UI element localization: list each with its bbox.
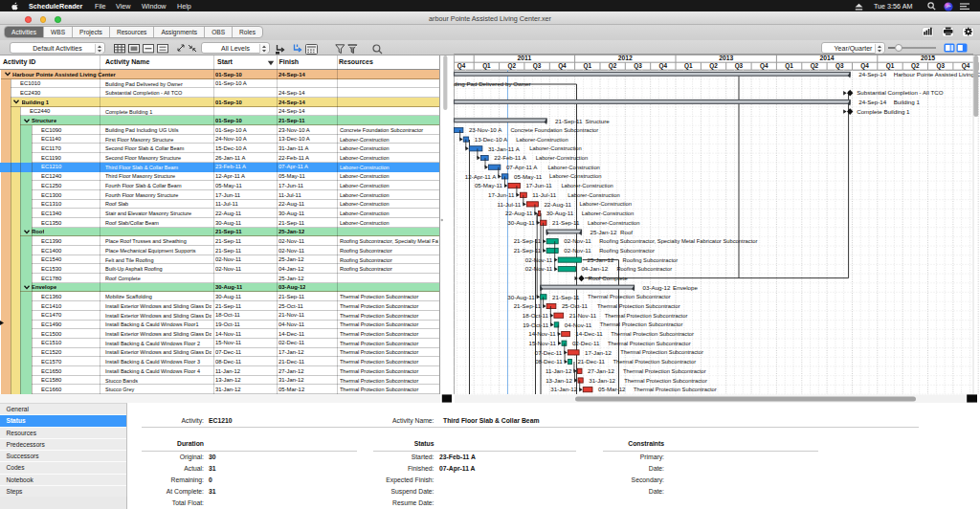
- svg-text:30-Aug-11: 30-Aug-11: [546, 210, 574, 216]
- svg-text:Q1: Q1: [785, 62, 793, 70]
- svg-text:Thermal Protection Subcontract: Thermal Protection Subcontractor: [588, 294, 671, 299]
- svg-text:Thermal Protection Subcontract: Thermal Protection Subcontractor: [597, 303, 680, 309]
- svg-text:21-Sep-11: 21-Sep-11: [514, 302, 542, 309]
- svg-text:18-Oct-11: 18-Oct-11: [523, 312, 549, 319]
- svg-text:Roof: Roof: [620, 229, 633, 235]
- svg-text:Laborer-Construction: Laborer-Construction: [568, 192, 619, 198]
- svg-text:14-Dec-11: 14-Dec-11: [575, 330, 603, 337]
- svg-text:02-Nov-11: 02-Nov-11: [564, 247, 591, 254]
- svg-text:Thermal Protection Subcontract: Thermal Protection Subcontractor: [612, 359, 696, 365]
- svg-text:2014: 2014: [820, 55, 835, 61]
- svg-text:Q4: Q4: [760, 62, 768, 70]
- svg-text:Laborer-Construction: Laborer-Construction: [529, 145, 581, 151]
- svg-text:Laborer-Construction: Laborer-Construction: [580, 201, 632, 207]
- svg-text:2015: 2015: [921, 55, 935, 61]
- svg-text:Q3: Q3: [533, 62, 542, 70]
- svg-text:02-Nov-11: 02-Nov-11: [525, 265, 553, 272]
- svg-text:25-Jan-12: 25-Jan-12: [588, 256, 614, 263]
- svg-text:Q3: Q3: [835, 62, 844, 70]
- svg-text:03-Aug-12: 03-Aug-12: [643, 284, 671, 291]
- svg-text:02-Dec-11: 02-Dec-11: [572, 340, 600, 346]
- svg-text:14-Nov-11: 14-Nov-11: [528, 330, 556, 337]
- svg-text:Harbour Pointe Assisted Living: Harbour Pointe Assisted Living Ce: [894, 71, 980, 77]
- svg-text:31-Jan-12: 31-Jan-12: [550, 386, 577, 392]
- svg-text:Roofing Subcontractor, Special: Roofing Subcontractor, Specialty Metal F…: [599, 238, 757, 244]
- svg-text:Thermal Protection Subcontract: Thermal Protection Subcontractor: [611, 331, 694, 337]
- svg-text:Complete Building 1: Complete Building 1: [857, 108, 910, 115]
- svg-text:02-Nov-11: 02-Nov-11: [564, 237, 591, 244]
- svg-text:2012: 2012: [618, 55, 633, 61]
- svg-text:02-Nov-11: 02-Nov-11: [525, 256, 553, 263]
- svg-text:Roofing Subcontractor: Roofing Subcontractor: [616, 266, 672, 272]
- svg-text:Roof Complete: Roof Complete: [589, 275, 629, 281]
- svg-text:Q4: Q4: [659, 62, 668, 70]
- svg-text:ding Pad Delivered by Owner: ding Pad Delivered by Owner: [454, 80, 530, 87]
- svg-text:31-Jan-12: 31-Jan-12: [589, 377, 615, 384]
- svg-text:25-Oct-11: 25-Oct-11: [562, 302, 589, 309]
- svg-text:11-Jul-11: 11-Jul-11: [497, 201, 521, 208]
- svg-text:21-Sep-11: 21-Sep-11: [555, 118, 583, 124]
- svg-text:Laborer-Construction: Laborer-Construction: [588, 220, 639, 226]
- svg-text:23-Nov-10 A: 23-Nov-10 A: [469, 126, 502, 133]
- svg-text:17-Jun-11: 17-Jun-11: [525, 182, 552, 188]
- svg-text:05-Mar-12: 05-Mar-12: [598, 386, 626, 392]
- svg-text:Q1: Q1: [482, 62, 491, 70]
- svg-text:Laborer-Construction: Laborer-Construction: [549, 173, 601, 179]
- svg-text:08-Dec-11: 08-Dec-11: [535, 358, 563, 365]
- svg-text:17-Jun-11: 17-Jun-11: [488, 191, 515, 198]
- svg-text:21-Sep-11: 21-Sep-11: [552, 294, 580, 300]
- svg-text:05-May-11: 05-May-11: [475, 182, 503, 188]
- svg-text:Q3: Q3: [936, 62, 945, 70]
- svg-text:Roofing Subcontractor: Roofing Subcontractor: [623, 257, 679, 263]
- svg-text:Structure: Structure: [586, 118, 611, 124]
- svg-text:Roofing Subcontractor: Roofing Subcontractor: [599, 248, 655, 254]
- svg-text:04-Jan-12: 04-Jan-12: [581, 265, 608, 272]
- svg-text:Concrete Foundation Subcontrac: Concrete Foundation Subcontractor: [510, 127, 598, 133]
- svg-text:Q1: Q1: [886, 62, 895, 70]
- svg-text:Thermal Protection Subcontract: Thermal Protection Subcontractor: [634, 387, 717, 392]
- svg-text:11-Jul-11: 11-Jul-11: [532, 191, 556, 198]
- svg-text:17-Jan-12: 17-Jan-12: [585, 349, 612, 356]
- svg-text:Laborer-Construction: Laborer-Construction: [516, 137, 568, 143]
- svg-text:24-Sep-14: 24-Sep-14: [858, 99, 886, 105]
- svg-text:Q4: Q4: [558, 62, 567, 70]
- svg-text:Substantial Completion - All T: Substantial Completion - All TCO: [857, 89, 944, 96]
- svg-text:Q1: Q1: [684, 62, 693, 70]
- svg-text:Q4: Q4: [962, 62, 970, 70]
- svg-text:15-Nov-11: 15-Nov-11: [529, 340, 557, 346]
- svg-text:Q1: Q1: [584, 62, 592, 70]
- svg-text:Q2: Q2: [911, 62, 920, 70]
- svg-text:11-Jan-12: 11-Jan-12: [546, 367, 572, 374]
- svg-text:22-Aug-11: 22-Aug-11: [544, 201, 571, 208]
- svg-text:22-Feb-11 A: 22-Feb-11 A: [494, 154, 526, 161]
- svg-text:Thermal Protection Subcontract: Thermal Protection Subcontractor: [600, 321, 683, 327]
- svg-text:31-Jan-11 A: 31-Jan-11 A: [488, 145, 521, 152]
- svg-text:Thermal Protection Subcontract: Thermal Protection Subcontractor: [624, 378, 707, 384]
- svg-text:Thermal Protection Subcontract: Thermal Protection Subcontractor: [623, 368, 706, 374]
- svg-text:21-Sep-11: 21-Sep-11: [552, 219, 580, 226]
- svg-text:13-Jan-12: 13-Jan-12: [546, 377, 572, 384]
- svg-text:Laborer-Construction: Laborer-Construction: [582, 210, 634, 216]
- svg-text:30-Aug-11: 30-Aug-11: [507, 219, 535, 226]
- svg-text:12-Apr-11 A: 12-Apr-11 A: [465, 173, 497, 180]
- svg-text:Laborer-Construction: Laborer-Construction: [561, 183, 612, 188]
- svg-text:27-Jan-12: 27-Jan-12: [588, 367, 614, 374]
- svg-text:19-Oct-11: 19-Oct-11: [523, 321, 549, 328]
- svg-text:Q2: Q2: [811, 62, 819, 70]
- svg-text:Q4: Q4: [860, 62, 869, 70]
- svg-text:25-Jan-12: 25-Jan-12: [590, 229, 617, 235]
- svg-text:Q2: Q2: [609, 62, 617, 70]
- svg-text:Laborer-Construction: Laborer-Construction: [536, 155, 588, 161]
- svg-text:Q3: Q3: [634, 62, 642, 70]
- svg-text:21-Dec-11: 21-Dec-11: [577, 358, 605, 365]
- svg-text:Q3: Q3: [735, 62, 744, 70]
- svg-text:Thermal Protection Subcontract: Thermal Protection Subcontractor: [605, 313, 688, 319]
- svg-text:22-Aug-11: 22-Aug-11: [505, 210, 533, 216]
- svg-text:05-May-11: 05-May-11: [514, 173, 543, 180]
- svg-text:21-Nov-11: 21-Nov-11: [569, 312, 597, 319]
- svg-text:2011: 2011: [518, 55, 532, 61]
- svg-text:04-Nov-11: 04-Nov-11: [565, 321, 592, 328]
- svg-text:2013: 2013: [719, 55, 733, 61]
- svg-text:Q2: Q2: [507, 62, 516, 70]
- svg-text:Thermal Protection Subcontract: Thermal Protection Subcontractor: [608, 341, 691, 346]
